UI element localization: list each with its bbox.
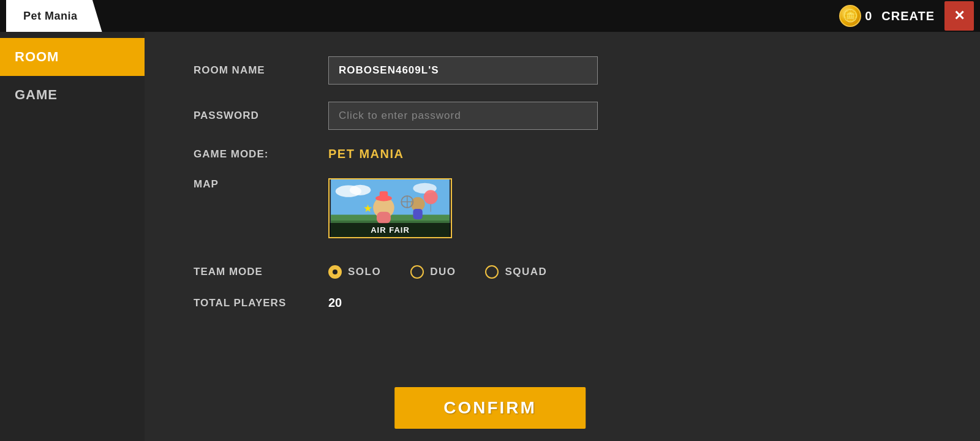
svg-rect-7 (377, 212, 391, 224)
sidebar: ROOM GAME (0, 32, 145, 441)
radio-squad[interactable]: SQUAD (485, 265, 547, 279)
radio-duo[interactable]: DUO (410, 265, 456, 279)
password-row: PASSWORD (194, 102, 931, 130)
team-mode-label: TEAM MODE (194, 266, 328, 278)
sidebar-item-room[interactable]: ROOM (0, 38, 145, 76)
svg-point-13 (424, 190, 438, 204)
confirm-button-area: CONFIRM (394, 387, 586, 429)
svg-rect-9 (380, 191, 388, 198)
game-mode-label: GAME MODE: (194, 148, 328, 160)
radio-solo-circle (328, 265, 342, 279)
coin-area: 0 (839, 5, 872, 27)
radio-squad-circle (485, 265, 499, 279)
radio-squad-label: SQUAD (505, 266, 547, 278)
total-players-label: TOTAL PLAYERS (194, 297, 328, 309)
radio-solo-label: SOLO (348, 266, 381, 278)
password-label: PASSWORD (194, 110, 328, 122)
room-name-label: ROOM NAME (194, 64, 328, 77)
game-mode-value: PET MANIA (328, 147, 404, 161)
map-row: MAP (194, 178, 931, 238)
svg-rect-11 (413, 209, 422, 219)
coin-count: 0 (865, 9, 872, 23)
sidebar-item-game[interactable]: GAME (0, 76, 145, 114)
map-name-label: AIR FAIR (330, 223, 451, 237)
map-label: MAP (194, 178, 328, 190)
radio-duo-circle (410, 265, 424, 279)
total-players-value: 20 (328, 296, 342, 310)
svg-text:★: ★ (363, 202, 372, 214)
map-thumbnail[interactable]: ★ AIR FAIR (328, 178, 452, 238)
room-name-input[interactable] (328, 56, 598, 85)
close-button[interactable] (944, 1, 974, 31)
top-bar: Pet Mania 0 CREATE (0, 0, 980, 32)
game-mode-row: GAME MODE: PET MANIA (194, 147, 931, 161)
main-content: ROOM NAME PASSWORD GAME MODE: PET MANIA … (145, 32, 980, 441)
radio-duo-label: DUO (430, 266, 456, 278)
password-input[interactable] (328, 102, 598, 130)
total-players-row: TOTAL PLAYERS 20 (194, 296, 931, 310)
confirm-button[interactable]: CONFIRM (394, 387, 586, 429)
tab-pet-mania[interactable]: Pet Mania (6, 0, 102, 32)
room-name-row: ROOM NAME (194, 56, 931, 85)
svg-point-2 (350, 185, 371, 195)
top-right-area: 0 CREATE (839, 1, 974, 31)
team-mode-options: SOLO DUO SQUAD (328, 265, 547, 279)
create-button[interactable]: CREATE (881, 9, 935, 23)
coin-icon (839, 5, 861, 27)
team-mode-row: TEAM MODE SOLO DUO SQUAD (194, 265, 931, 279)
radio-solo[interactable]: SOLO (328, 265, 381, 279)
